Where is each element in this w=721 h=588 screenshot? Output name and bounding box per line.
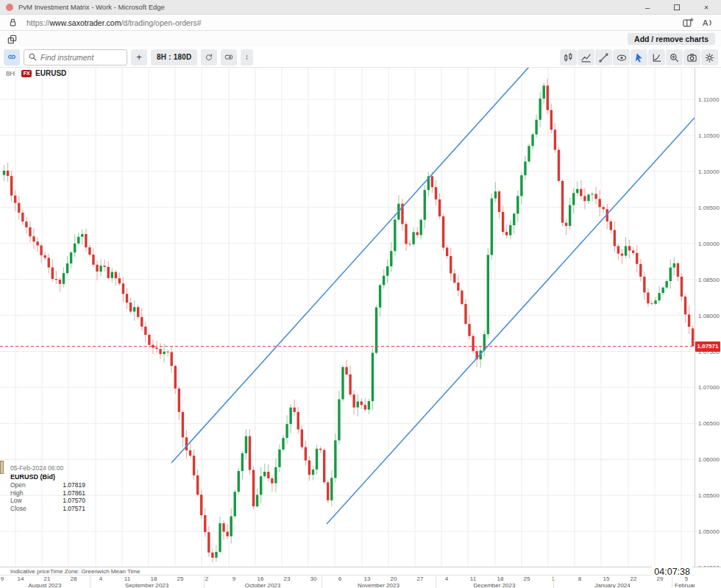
date-tick-label: 16: [258, 575, 264, 582]
month-label: December 2023: [436, 582, 553, 588]
toggle-icon[interactable]: [221, 49, 237, 65]
search-instrument-box[interactable]: [24, 49, 127, 65]
instrument-symbol[interactable]: EURUSD: [35, 69, 66, 77]
chart-area: 8H FX EURUSD 1.110001.105001.100001.0950…: [0, 68, 721, 567]
url-input[interactable]: https://www.saxotrader.com/d/trading/ope…: [26, 18, 678, 27]
date-tick-label: 8: [578, 575, 581, 582]
month-boundary: [322, 575, 322, 588]
instrument-header: 8H FX EURUSD: [6, 69, 66, 77]
date-ticks[interactable]: 9142128411182529162330613202741118251815…: [0, 575, 695, 582]
price-axis-label: 1.10000: [698, 169, 720, 175]
price-axis-label: 1.06500: [698, 420, 720, 427]
candlestick-chart[interactable]: [0, 68, 695, 567]
maximize-button[interactable]: [662, 0, 692, 15]
interval-label: 8H: [6, 69, 15, 77]
price-axis-label: 1.07000: [698, 384, 720, 391]
camera-icon[interactable]: [683, 49, 700, 65]
close-button[interactable]: ×: [692, 0, 721, 15]
price-axis-label: 1.06000: [698, 456, 720, 463]
month-label: February 2024: [672, 582, 695, 588]
ohlc-info-box: 05-Feb-2024 06:00 EURUSD (Bid) Open1.078…: [10, 464, 85, 512]
window-title: PvM Investment Matrix - Work - Microsoft…: [18, 3, 633, 11]
title-bar: PvM Investment Matrix - Work - Microsoft…: [0, 0, 721, 15]
date-tick-label: 9: [1, 575, 4, 582]
eye-icon[interactable]: [613, 49, 630, 65]
month-label: September 2023: [90, 582, 204, 588]
date-tick-label: 18: [151, 575, 157, 582]
month-label: October 2023: [204, 582, 322, 588]
info-high-value: 1.07861: [63, 489, 85, 497]
month-label: August 2023: [0, 582, 90, 588]
date-tick-label: 23: [284, 575, 291, 582]
date-tick-label: 25: [524, 575, 530, 582]
month-boundary: [672, 575, 672, 588]
timezone-label: Time Zone: Greenwich Mean Time: [50, 568, 140, 575]
popout-icon[interactable]: [2, 32, 21, 46]
zoom-in-icon[interactable]: [666, 49, 683, 65]
fx-badge: FX: [21, 70, 32, 77]
date-tick-label: 27: [417, 575, 424, 582]
split-screen-icon[interactable]: [678, 16, 697, 29]
price-axis-label: 1.08000: [698, 313, 720, 319]
draw-line-icon[interactable]: [595, 49, 612, 65]
indicative-price-label: Indicative price: [10, 568, 49, 575]
month-label: November 2023: [322, 582, 436, 588]
month-boundary: [204, 575, 205, 588]
cursor-icon[interactable]: [631, 49, 647, 65]
price-axis-label: 1.09000: [698, 241, 720, 247]
maximize-icon: [674, 4, 680, 10]
date-tick-label: 15: [603, 575, 610, 582]
axis-scale-icon[interactable]: [648, 49, 665, 65]
info-open-value: 1.07819: [63, 481, 85, 489]
date-tick-label: 14: [18, 575, 24, 582]
current-price-badge: 1.07571: [695, 341, 720, 352]
browser-window: PvM Investment Matrix - Work - Microsoft…: [0, 0, 721, 588]
info-close-value: 1.07571: [63, 505, 85, 513]
drawing-anchor[interactable]: [0, 461, 4, 474]
info-low-value: 1.07570: [63, 497, 85, 505]
add-instrument-button[interactable]: +: [131, 49, 147, 65]
info-close-label: Close: [10, 505, 63, 513]
month-boundary: [436, 575, 436, 588]
link-icon[interactable]: [4, 49, 20, 65]
date-tick-label: 11: [470, 575, 476, 582]
date-tick-label: 2: [205, 575, 208, 582]
vertical-expand-icon[interactable]: [241, 49, 253, 65]
info-low-label: Low: [10, 497, 63, 505]
date-tick-label: 18: [497, 575, 504, 582]
date-tick-label: 13: [364, 575, 371, 582]
date-tick-label: 28: [71, 575, 77, 582]
info-open-label: Open: [10, 481, 63, 489]
candlestick-type-icon[interactable]: [560, 49, 577, 65]
month-label: January 2024: [553, 582, 672, 588]
indicators-icon[interactable]: [578, 49, 594, 65]
price-axis-label: 1.05500: [698, 492, 720, 499]
read-aloud-icon[interactable]: A: [697, 16, 717, 29]
page-header-row: Add / remove charts: [0, 31, 721, 47]
date-tick-label: 22: [631, 575, 637, 582]
time-axis: Indicative price Time Zone: Greenwich Me…: [0, 567, 721, 588]
date-tick-label: 21: [44, 575, 51, 582]
price-axis-label: 1.05000: [698, 528, 720, 535]
date-tick-label: 20: [391, 575, 397, 582]
info-title: EURUSD (Bid): [10, 473, 85, 481]
month-boundary: [553, 575, 554, 588]
month-labels: August 2023September 2023October 2023Nov…: [0, 582, 695, 588]
price-axis-label: 1.08500: [698, 277, 720, 283]
search-input[interactable]: [40, 53, 121, 62]
url-path: /d/trading/open-orders#: [121, 18, 201, 27]
date-tick-label: 30: [310, 575, 317, 582]
lock-icon[interactable]: [3, 16, 22, 29]
period-button[interactable]: 8H : 180D: [151, 49, 197, 65]
refresh-icon[interactable]: [201, 49, 217, 65]
info-high-label: High: [10, 489, 63, 497]
minimize-button[interactable]: –: [633, 0, 662, 15]
url-domain: www.saxotrader.com: [50, 18, 121, 27]
price-axis-label: 1.09500: [698, 205, 720, 211]
date-tick-label: 25: [177, 575, 184, 582]
date-tick-label: 11: [124, 575, 130, 582]
price-axis-label: 1.10500: [698, 132, 720, 139]
add-remove-charts-button[interactable]: Add / remove charts: [628, 33, 715, 45]
gear-icon[interactable]: [701, 49, 718, 65]
info-datetime: 05-Feb-2024 06:00: [10, 464, 85, 472]
